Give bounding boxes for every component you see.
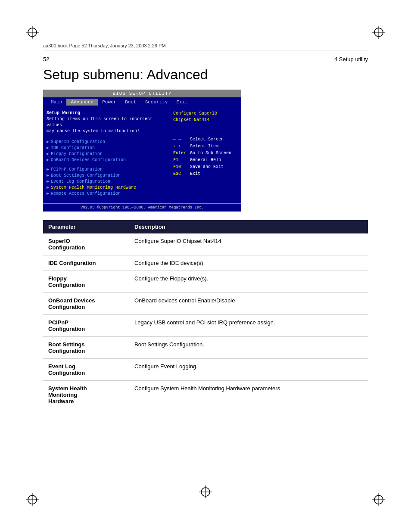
param-syshealth: System HealthMonitoringHardware [43, 381, 129, 409]
bios-item-remoteaccess[interactable]: ▶ Remote Access Configuration [47, 190, 170, 196]
desc-pci: Legacy USB control and PCI slot IRQ pref… [129, 315, 368, 337]
bios-item-pci[interactable]: ▶ PCIPnP Configuration [47, 166, 170, 172]
corner-mark-br [372, 493, 385, 506]
table-header: Parameter Description [43, 220, 368, 233]
bios-key-item: ↓ ↑ Select Item [173, 143, 238, 150]
page-info: 52 4 Setup utility [43, 56, 368, 62]
table-row: PCIPnPConfiguration Legacy USB control a… [43, 315, 368, 337]
desc-syshealth: Configure System Health Monitoring Hardw… [129, 381, 368, 409]
bios-key-esc: ESC Exit [173, 171, 238, 177]
page-title: Setup submenu: Advanced [43, 67, 368, 83]
parameter-table: Parameter Description SuperIOConfigurati… [43, 220, 368, 409]
table-row: SuperIOConfiguration Configure SuperIO C… [43, 233, 368, 255]
corner-mark-tl [26, 26, 39, 39]
desc-ide: Configure the IDE device(s). [129, 255, 368, 271]
desc-eventlog: Configure Event Logging. [129, 359, 368, 381]
chapter-title: 4 Setup utility [334, 56, 368, 62]
col-description: Description [129, 220, 368, 233]
corner-mark-tr [372, 26, 385, 39]
bios-menu-boot[interactable]: Boot [121, 99, 140, 106]
bios-item-boot[interactable]: ▶ Boot Settings Configuration [47, 172, 170, 178]
bios-menu-main[interactable]: Main [47, 99, 66, 106]
bios-warning: Setup Warning Setting items on this scre… [47, 110, 170, 134]
bios-screenshot: BIOS SETUP UTILITY Main Advanced Power B… [43, 90, 241, 212]
bios-menu-exit[interactable]: Exit [172, 99, 192, 106]
bios-menu-bar: Main Advanced Power Boot Security Exit [43, 97, 241, 107]
bios-item-superio[interactable]: ▶ SuperIO Configuration [47, 139, 170, 145]
bios-warning-title: Setup Warning [47, 111, 80, 115]
bottom-center-mark [199, 485, 212, 500]
bios-menu-advanced[interactable]: Advanced [66, 99, 98, 106]
table-row: FloppyConfiguration Configure the Floppy… [43, 271, 368, 293]
table-row: IDE Configuration Configure the IDE devi… [43, 255, 368, 271]
desc-onboard: OnBoard devices control Enable/Disable. [129, 293, 368, 315]
bios-keys: ← → Select Screen ↓ ↑ Select Item Enter … [173, 136, 238, 177]
table-header-row: Parameter Description [43, 220, 368, 233]
bios-left-panel: Setup Warning Setting items on this scre… [47, 110, 170, 200]
table-row: Boot SettingsConfiguration Boot Settings… [43, 337, 368, 359]
bios-item-eventlog[interactable]: ▶ Event Log Configuration [47, 178, 170, 184]
corner-mark-bl [26, 493, 39, 506]
bios-left-menu-2: ▶ PCIPnP Configuration ▶ Boot Settings C… [47, 166, 170, 196]
param-eventlog: Event LogConfiguration [43, 359, 129, 381]
bios-right-panel: Configure SuperIOChipset Nat414 ← → Sele… [173, 110, 238, 200]
bios-key-enter: Enter Go to Sub Screen [173, 150, 238, 157]
table-body: SuperIOConfiguration Configure SuperIO C… [43, 233, 368, 409]
bios-help-text: Configure SuperIOChipset Nat414 [173, 110, 238, 123]
bios-title-bar: BIOS SETUP UTILITY [43, 90, 241, 97]
bios-key-f1: F1 General Help [173, 157, 238, 164]
desc-superio: Configure SuperIO Chipset Nat414. [129, 233, 368, 255]
bios-item-ide[interactable]: ▶ IDE Configuration [47, 145, 170, 151]
bios-key-screen: ← → Select Screen [173, 136, 238, 143]
col-parameter: Parameter [43, 220, 129, 233]
header-line: aa300.book Page 52 Thursday, January 23,… [43, 43, 368, 50]
bios-menu-power[interactable]: Power [98, 99, 121, 106]
desc-boot: Boot Settings Configuration. [129, 337, 368, 359]
table-row: System HealthMonitoringHardware Configur… [43, 381, 368, 409]
bios-item-onboard[interactable]: ▶ OnBoard Devices Configuration [47, 157, 170, 163]
param-pci: PCIPnPConfiguration [43, 315, 129, 337]
bios-key-f10: F10 Save and Exit [173, 164, 238, 171]
table-row: OnBoard DevicesConfiguration OnBoard dev… [43, 293, 368, 315]
table-row: Event LogConfiguration Configure Event L… [43, 359, 368, 381]
param-boot: Boot SettingsConfiguration [43, 337, 129, 359]
param-superio: SuperIOConfiguration [43, 233, 129, 255]
bios-warning-text: Setting items on this screen to incorrec… [47, 117, 153, 134]
desc-floppy: Configure the Floppy drive(s). [129, 271, 368, 293]
bios-menu-security[interactable]: Security [141, 99, 172, 106]
file-info: aa300.book Page 52 Thursday, January 23,… [43, 43, 166, 48]
main-content: Setup submenu: Advanced BIOS SETUP UTILI… [43, 67, 368, 409]
bios-left-menu: ▶ SuperIO Configuration ▶ IDE Configurat… [47, 139, 170, 163]
param-onboard: OnBoard DevicesConfiguration [43, 293, 129, 315]
page-number: 52 [43, 56, 49, 62]
bios-item-floppy[interactable]: ▶ Floppy Configuration [47, 151, 170, 157]
bios-body: Setup Warning Setting items on this scre… [43, 107, 241, 203]
bios-item-syshealth[interactable]: ▶ System Health Monitoring Hardware [47, 184, 170, 190]
param-floppy: FloppyConfiguration [43, 271, 129, 293]
bios-footer: V02.03 ©Copyright 1985-2000, American Me… [43, 203, 241, 212]
param-ide: IDE Configuration [43, 255, 129, 271]
